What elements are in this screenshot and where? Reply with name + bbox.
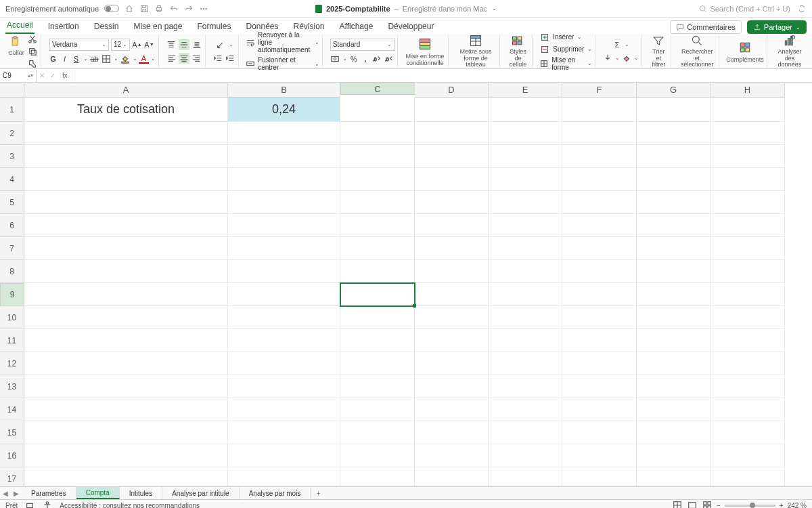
cell-A15[interactable] xyxy=(24,421,228,444)
align-right-icon[interactable] xyxy=(191,53,202,64)
cell-H6[interactable] xyxy=(710,214,785,237)
cell-B6[interactable] xyxy=(228,214,340,237)
cell-H13[interactable] xyxy=(710,375,785,398)
cell-D4[interactable] xyxy=(415,168,489,191)
cell-G15[interactable] xyxy=(637,421,710,444)
row-header-8[interactable]: 8 xyxy=(0,260,24,283)
row-header-17[interactable]: 17 xyxy=(0,467,24,486)
conditional-format-icon[interactable] xyxy=(415,36,434,52)
font-size-select[interactable]: 12⌄ xyxy=(111,39,130,51)
cell-C6[interactable] xyxy=(340,214,415,237)
cell-D9[interactable] xyxy=(415,283,489,306)
more-icon[interactable] xyxy=(199,4,208,14)
formula-input[interactable] xyxy=(72,69,812,82)
cell-A1[interactable]: Taux de cotisation xyxy=(24,98,228,122)
cell-B10[interactable] xyxy=(228,306,340,329)
cell-H11[interactable] xyxy=(710,329,785,352)
copy-icon[interactable] xyxy=(27,46,38,57)
autosave-toggle[interactable] xyxy=(104,5,119,12)
cell-C10[interactable] xyxy=(340,306,415,329)
cell-A11[interactable] xyxy=(24,329,228,352)
cell-A3[interactable] xyxy=(24,145,228,168)
merge-icon[interactable] xyxy=(246,58,255,69)
cell-A4[interactable] xyxy=(24,168,228,191)
view-pagebreak-icon[interactable] xyxy=(702,500,713,508)
row-header-10[interactable]: 10 xyxy=(0,306,24,329)
decrease-decimal-icon[interactable]: .0 xyxy=(384,54,394,64)
cell-G6[interactable] xyxy=(637,214,710,237)
tab-mise-en-page[interactable]: Mise en page xyxy=(132,19,183,34)
cell-E10[interactable] xyxy=(489,306,562,329)
cell-D12[interactable] xyxy=(415,352,489,375)
cell-H3[interactable] xyxy=(710,145,785,168)
undo-icon[interactable] xyxy=(169,4,179,14)
cell-B9[interactable] xyxy=(228,283,340,306)
cell-F14[interactable] xyxy=(562,398,637,421)
cell-C4[interactable] xyxy=(340,168,415,191)
cell-F5[interactable] xyxy=(562,191,637,214)
cell-G1[interactable] xyxy=(637,98,710,122)
fill-color-icon[interactable] xyxy=(120,54,131,64)
cell-C11[interactable] xyxy=(340,329,415,352)
cell-E5[interactable] xyxy=(489,191,562,214)
cell-A12[interactable] xyxy=(24,352,228,375)
orientation-icon[interactable] xyxy=(215,39,226,50)
cell-F12[interactable] xyxy=(562,352,637,375)
cell-D6[interactable] xyxy=(415,214,489,237)
currency-icon[interactable] xyxy=(330,54,340,64)
tab-accueil[interactable]: Accueil xyxy=(5,18,35,34)
align-left-icon[interactable] xyxy=(166,53,177,64)
print-icon[interactable] xyxy=(154,4,164,14)
cell-E11[interactable] xyxy=(489,329,562,352)
cell-A5[interactable] xyxy=(24,191,228,214)
cell-G14[interactable] xyxy=(637,398,710,421)
cell-C8[interactable] xyxy=(340,260,415,283)
cell-E13[interactable] xyxy=(489,375,562,398)
cell-F10[interactable] xyxy=(562,306,637,329)
cell-B15[interactable] xyxy=(228,421,340,444)
view-layout-icon[interactable] xyxy=(687,500,698,508)
cell-H12[interactable] xyxy=(710,352,785,375)
cell-E14[interactable] xyxy=(489,398,562,421)
cell-G12[interactable] xyxy=(637,352,710,375)
cell-A9[interactable] xyxy=(24,283,228,306)
cell-C2[interactable] xyxy=(340,122,415,145)
cell-A14[interactable] xyxy=(24,398,228,421)
zoom-level[interactable]: 242 % xyxy=(788,502,807,509)
delete-label[interactable]: Supprimer xyxy=(553,45,584,53)
cell-C13[interactable] xyxy=(340,375,415,398)
font-color-icon[interactable]: A xyxy=(139,54,149,64)
cell-G17[interactable] xyxy=(637,467,710,486)
format-painter-icon[interactable] xyxy=(27,58,38,69)
home-icon[interactable] xyxy=(125,4,134,14)
cell-F6[interactable] xyxy=(562,214,637,237)
row-header-7[interactable]: 7 xyxy=(0,237,24,260)
row-header-9[interactable]: 9 xyxy=(0,283,24,306)
select-all-corner[interactable] xyxy=(0,83,24,98)
cell-G7[interactable] xyxy=(637,237,710,260)
cell-A10[interactable] xyxy=(24,306,228,329)
align-top-icon[interactable] xyxy=(166,39,177,50)
row-header-5[interactable]: 5 xyxy=(0,191,24,214)
share-button[interactable]: Partager ⌄ xyxy=(747,20,807,34)
col-header-A[interactable]: A xyxy=(24,83,228,98)
zoom-out-button[interactable]: − xyxy=(717,502,721,509)
cell-D2[interactable] xyxy=(415,122,489,145)
tab-formules[interactable]: Formules xyxy=(196,19,232,34)
cell-H15[interactable] xyxy=(710,421,785,444)
autosum-icon[interactable]: Σ xyxy=(612,39,622,49)
cell-E2[interactable] xyxy=(489,122,562,145)
cell-B3[interactable] xyxy=(228,145,340,168)
cell-A16[interactable] xyxy=(24,444,228,467)
cell-D1[interactable] xyxy=(415,98,489,122)
col-header-C[interactable]: C xyxy=(340,83,415,95)
paste-icon[interactable] xyxy=(7,34,26,50)
cell-C16[interactable] xyxy=(340,444,415,467)
cell-E15[interactable] xyxy=(489,421,562,444)
cell-F7[interactable] xyxy=(562,237,637,260)
cell-F17[interactable] xyxy=(562,467,637,486)
zoom-slider[interactable] xyxy=(725,505,775,507)
clear-icon[interactable] xyxy=(621,52,632,63)
cell-H14[interactable] xyxy=(710,398,785,421)
cell-B4[interactable] xyxy=(228,168,340,191)
